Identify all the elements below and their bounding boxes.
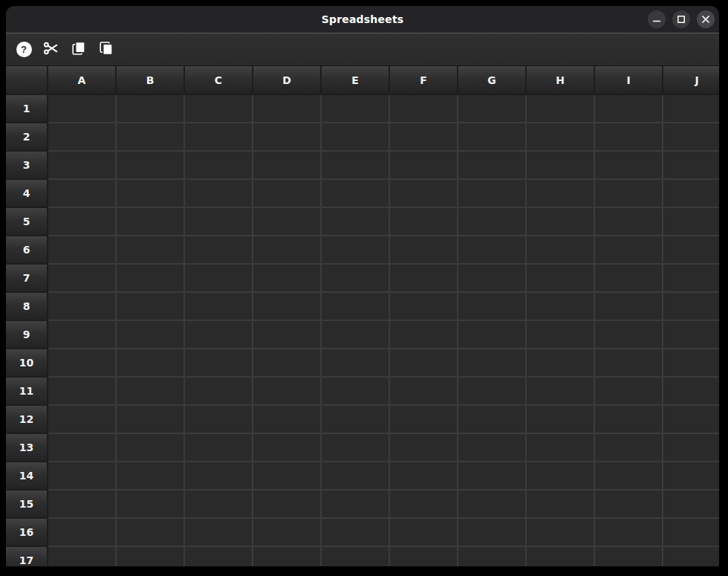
- window-controls: [648, 10, 719, 28]
- row-header-17[interactable]: 17: [6, 547, 47, 566]
- paste-button[interactable]: [96, 39, 117, 60]
- row-header-3[interactable]: 3: [6, 152, 47, 178]
- cut-icon: [42, 39, 60, 59]
- row-header-13[interactable]: 13: [6, 434, 47, 461]
- column-header-J[interactable]: J: [663, 66, 719, 94]
- paste-icon: [97, 39, 115, 59]
- column-header-I[interactable]: I: [595, 66, 662, 94]
- row-header-1[interactable]: 1: [6, 95, 47, 122]
- copy-button[interactable]: [68, 39, 89, 60]
- desktop-background: { "window": { "title": "Spreadsheets", "…: [0, 0, 728, 576]
- cut-button[interactable]: [41, 39, 62, 60]
- row-header-10[interactable]: 10: [6, 349, 47, 376]
- toolbar: ?: [6, 33, 719, 66]
- row-header-6[interactable]: 6: [6, 236, 47, 263]
- row-header-15[interactable]: 15: [6, 491, 47, 517]
- row-header-11[interactable]: 11: [6, 378, 47, 404]
- row-header-7[interactable]: 7: [6, 265, 47, 291]
- maximize-button[interactable]: [672, 10, 690, 28]
- row-header-2[interactable]: 2: [6, 123, 47, 150]
- maximize-icon: [677, 15, 686, 24]
- row-header-4[interactable]: 4: [6, 180, 47, 207]
- minimize-icon: [652, 15, 661, 24]
- row-header-5[interactable]: 5: [6, 208, 47, 235]
- sheet-grid: ABCDEFGHIJ1234567891011121314151617: [6, 66, 719, 566]
- titlebar: Spreadsheets: [6, 6, 719, 33]
- window-title: Spreadsheets: [6, 13, 719, 25]
- column-header-A[interactable]: A: [48, 66, 115, 94]
- row-header-8[interactable]: 8: [6, 293, 47, 320]
- column-header-G[interactable]: G: [458, 66, 525, 94]
- close-button[interactable]: [697, 10, 715, 28]
- column-header-D[interactable]: D: [253, 66, 320, 94]
- column-header-F[interactable]: F: [390, 66, 457, 94]
- app-window: Spreadsheets ?: [6, 6, 719, 566]
- row-header-12[interactable]: 12: [6, 406, 47, 433]
- select-all-corner[interactable]: [6, 66, 47, 94]
- column-header-H[interactable]: H: [527, 66, 594, 94]
- column-header-C[interactable]: C: [185, 66, 252, 94]
- help-button[interactable]: ?: [13, 39, 34, 60]
- copy-icon: [70, 39, 88, 59]
- row-header-14[interactable]: 14: [6, 462, 47, 489]
- cell-grid[interactable]: [48, 95, 719, 566]
- minimize-button[interactable]: [648, 10, 666, 28]
- help-icon: ?: [16, 42, 32, 57]
- column-header-B[interactable]: B: [117, 66, 183, 94]
- column-header-E[interactable]: E: [322, 66, 389, 94]
- row-header-16[interactable]: 16: [6, 519, 47, 546]
- close-icon: [701, 15, 710, 24]
- row-header-9[interactable]: 9: [6, 321, 47, 348]
